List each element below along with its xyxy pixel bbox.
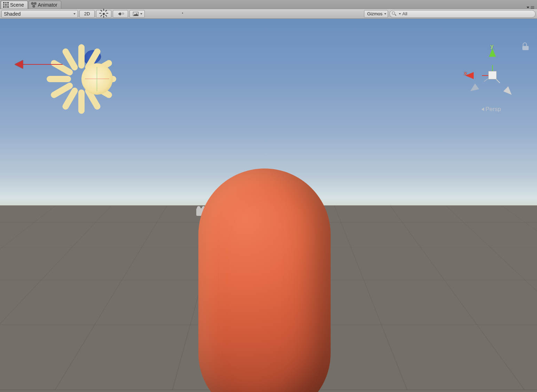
animator-icon bbox=[31, 2, 37, 8]
tab-bar: Scene Animator bbox=[0, 0, 537, 9]
chevron-down-icon bbox=[399, 13, 401, 15]
tab-options-menu[interactable] bbox=[526, 6, 537, 9]
chevron-left-icon bbox=[481, 108, 484, 111]
shading-mode-label: Shaded bbox=[4, 11, 21, 17]
picture-icon bbox=[133, 12, 139, 16]
capsule-object[interactable] bbox=[198, 168, 331, 392]
chevron-down-icon bbox=[384, 13, 386, 15]
scene-icon bbox=[3, 2, 9, 8]
lock-icon[interactable] bbox=[522, 42, 529, 50]
transform-gizmo bbox=[85, 67, 109, 91]
shading-mode-dropdown[interactable]: Shaded bbox=[1, 10, 78, 18]
chevron-down-icon bbox=[73, 13, 76, 15]
scene-toolbar: Shaded 2D Gizmos bbox=[0, 9, 537, 19]
sound-icon bbox=[118, 11, 123, 16]
scene-viewport[interactable]: y x Persp bbox=[0, 19, 537, 392]
tab-animator[interactable]: Animator bbox=[29, 1, 61, 9]
lighting-toggle-button[interactable] bbox=[96, 10, 111, 18]
effects-dropdown-button[interactable] bbox=[129, 10, 145, 18]
orientation-gizmo[interactable]: y x Persp bbox=[460, 43, 523, 120]
axis-x-label: x bbox=[464, 70, 467, 77]
axis-center-cube[interactable] bbox=[488, 71, 497, 79]
2d-toggle-button[interactable]: 2D bbox=[79, 10, 95, 18]
sun-icon bbox=[101, 11, 106, 17]
projection-toggle[interactable]: Persp bbox=[481, 106, 501, 113]
2d-toggle-label: 2D bbox=[84, 11, 90, 16]
tab-animator-label: Animator bbox=[38, 2, 57, 8]
audio-toggle-button[interactable] bbox=[113, 10, 128, 18]
tab-scene-label: Scene bbox=[10, 2, 24, 8]
axis-y-label: y bbox=[490, 43, 493, 49]
search-icon bbox=[392, 11, 397, 16]
tab-scene[interactable]: Scene bbox=[1, 1, 28, 9]
gizmos-dropdown-button[interactable]: Gizmos bbox=[364, 10, 388, 18]
light-direction-arrow bbox=[21, 64, 63, 65]
directional-light-gizmo[interactable] bbox=[49, 43, 139, 134]
scene-search-input[interactable] bbox=[402, 11, 532, 16]
scene-search[interactable] bbox=[389, 10, 536, 18]
chevron-down-icon bbox=[140, 13, 142, 15]
gizmos-label: Gizmos bbox=[367, 11, 382, 16]
projection-label: Persp bbox=[485, 106, 501, 113]
